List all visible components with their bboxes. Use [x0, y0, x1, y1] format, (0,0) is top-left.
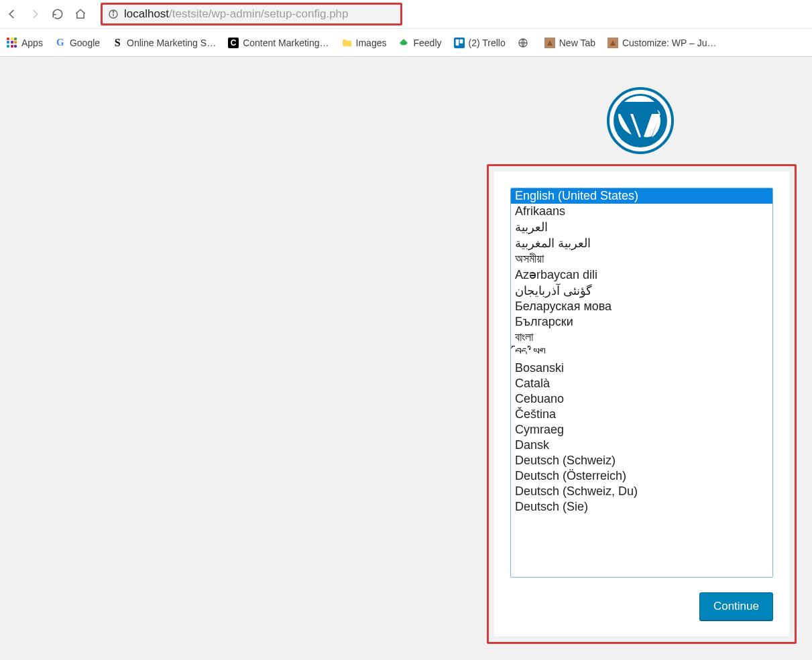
bookmark-label: Images: [356, 38, 387, 48]
svg-point-2: [113, 11, 113, 12]
home-button[interactable]: [74, 7, 87, 21]
svg-rect-3: [454, 38, 465, 48]
language-option[interactable]: Català: [511, 376, 772, 391]
site-icon: S: [112, 38, 123, 48]
bookmark-label: Feedly: [413, 38, 441, 48]
bookmark-online-marketing[interactable]: S Online Marketing S…: [112, 38, 216, 48]
trello-icon: [454, 38, 465, 48]
browser-toolbar: localhost/testsite/wp-admin/setup-config…: [0, 0, 812, 29]
language-option[interactable]: Deutsch (Schweiz): [511, 453, 772, 468]
bookmark-images[interactable]: Images: [341, 38, 387, 48]
continue-button[interactable]: Continue: [699, 592, 773, 620]
bookmark-customize-wp[interactable]: Customize: WP – Ju…: [607, 38, 717, 48]
apps-icon: [7, 38, 17, 48]
language-option[interactable]: Azərbaycan dili: [511, 267, 772, 283]
bookmark-label: Apps: [21, 38, 43, 48]
button-row: Continue: [510, 592, 773, 620]
svg-rect-4: [455, 39, 459, 45]
language-option[interactable]: Čeština: [511, 407, 772, 422]
bookmark-trello[interactable]: (2) Trello: [454, 38, 506, 48]
bookmark-blank[interactable]: [518, 38, 532, 48]
globe-icon: [518, 38, 528, 48]
bookmark-apps[interactable]: Apps: [7, 38, 43, 48]
google-icon: G: [55, 38, 66, 48]
language-select[interactable]: English (United States)Afrikaansالعربيةا…: [510, 188, 773, 578]
language-option[interactable]: Deutsch (Schweiz, Du): [511, 484, 772, 499]
language-option[interactable]: Bosanski: [511, 360, 772, 376]
bookmark-google[interactable]: G Google: [55, 38, 100, 48]
folder-icon: [341, 38, 352, 48]
reload-button[interactable]: [51, 7, 64, 21]
language-option[interactable]: العربية المغربية: [511, 235, 772, 251]
bookmark-label: Customize: WP – Ju…: [622, 38, 717, 48]
language-option[interactable]: Deutsch (Österreich): [511, 468, 772, 484]
bookmark-content-marketing[interactable]: C Content Marketing…: [228, 38, 329, 48]
language-option[interactable]: অসমীয়া: [511, 251, 772, 267]
bookmark-new-tab[interactable]: New Tab: [544, 38, 595, 48]
bookmark-label: (2) Trello: [469, 38, 506, 48]
language-setup-panel: English (United States)Afrikaansالعربيةا…: [494, 172, 789, 637]
language-option[interactable]: Dansk: [511, 438, 772, 453]
site-icon: C: [228, 38, 239, 48]
info-icon: [108, 9, 119, 19]
forward-button[interactable]: [28, 7, 42, 21]
url-path: /testsite/wp-admin/setup-config.php: [169, 7, 348, 20]
back-button[interactable]: [5, 7, 19, 21]
bookmark-label: Google: [70, 38, 100, 48]
setup-panel-highlight: English (United States)Afrikaansالعربيةا…: [487, 164, 797, 644]
bookmarks-bar: Apps G Google S Online Marketing S… C Co…: [0, 29, 812, 57]
page-content: English (United States)Afrikaansالعربيةا…: [0, 57, 812, 660]
language-option[interactable]: Deutsch (Sie): [511, 499, 772, 515]
language-option[interactable]: Afrikaans: [511, 204, 772, 219]
language-option[interactable]: العربية: [511, 219, 772, 235]
favicon-icon: [544, 38, 555, 48]
bookmark-label: New Tab: [559, 38, 595, 48]
feedly-icon: [398, 38, 409, 48]
language-option[interactable]: বাংলা: [511, 330, 772, 345]
favicon-icon: [607, 38, 618, 48]
url-text[interactable]: localhost/testsite/wp-admin/setup-config…: [124, 7, 395, 21]
address-bar[interactable]: localhost/testsite/wp-admin/setup-config…: [101, 3, 402, 25]
bookmark-feedly[interactable]: Feedly: [398, 38, 441, 48]
language-option[interactable]: گؤنئی آذربایجان: [511, 283, 772, 299]
language-option[interactable]: English (United States): [511, 188, 772, 204]
language-option[interactable]: Беларуская мова: [511, 299, 772, 314]
url-host: localhost: [124, 7, 169, 20]
language-option[interactable]: བོད་ཡིག: [511, 345, 772, 360]
wordpress-logo: [607, 87, 674, 154]
language-option[interactable]: Cebuano: [511, 391, 772, 407]
bookmark-label: Content Marketing…: [243, 38, 329, 48]
language-option[interactable]: Български: [511, 314, 772, 330]
bookmark-label: Online Marketing S…: [127, 38, 216, 48]
svg-rect-5: [459, 39, 463, 43]
language-option[interactable]: Cymraeg: [511, 422, 772, 438]
